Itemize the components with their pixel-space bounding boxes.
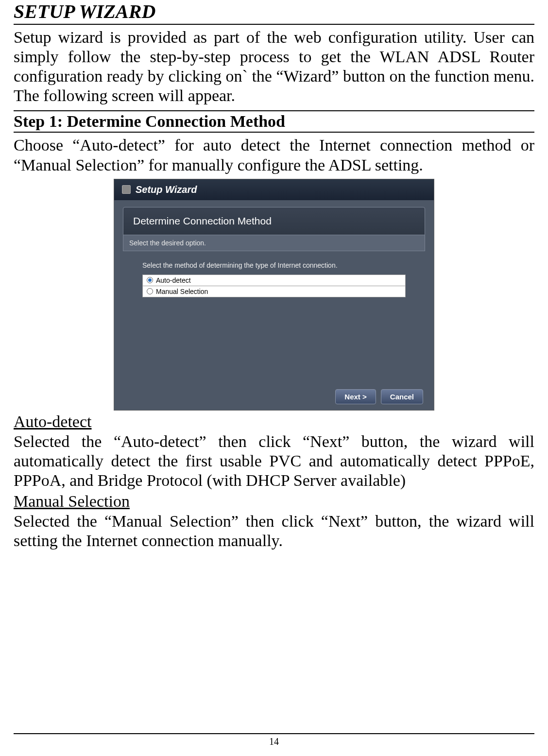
- intro-paragraph: Setup wizard is provided as part of the …: [14, 28, 534, 105]
- manual-selection-heading: Manual Selection: [14, 492, 534, 511]
- step-description: Choose “Auto-detect” for auto detect the…: [14, 136, 534, 174]
- radio-icon: [147, 288, 153, 294]
- auto-detect-heading: Auto-detect: [14, 412, 534, 431]
- next-button[interactable]: Next >: [335, 389, 376, 404]
- manual-selection-text: Selected the “Manual Selection” then cli…: [14, 512, 534, 550]
- radio-icon: [147, 277, 153, 283]
- setup-wizard-dialog: Setup Wizard Determine Connection Method…: [114, 179, 434, 411]
- step-heading: Step 1: Determine Connection Method: [14, 110, 534, 133]
- radio-label: Manual Selection: [156, 288, 208, 295]
- wizard-prompt: Select the method of determining the typ…: [142, 261, 406, 270]
- cancel-button[interactable]: Cancel: [381, 389, 423, 404]
- wizard-titlebar: Setup Wizard: [114, 179, 434, 200]
- page-number: 14: [269, 736, 279, 747]
- wizard-content: Select the method of determining the typ…: [123, 251, 425, 385]
- wizard-panel-title: Determine Connection Method: [123, 207, 425, 235]
- gear-icon: [122, 185, 131, 194]
- wizard-subtitle: Select the desired option.: [123, 235, 425, 251]
- page-title: SETUP WIZARD: [14, 0, 534, 25]
- wizard-body: Determine Connection Method Select the d…: [114, 200, 434, 410]
- radio-manual-selection[interactable]: Manual Selection: [142, 286, 406, 297]
- radio-label: Auto-detect: [156, 276, 191, 284]
- auto-detect-text: Selected the “Auto-detect” then click “N…: [14, 432, 534, 490]
- wizard-title: Setup Wizard: [136, 184, 197, 195]
- radio-auto-detect[interactable]: Auto-detect: [142, 275, 406, 286]
- wizard-footer: Next > Cancel: [123, 385, 425, 405]
- page-footer: 14: [14, 733, 534, 747]
- wizard-screenshot: Setup Wizard Determine Connection Method…: [14, 179, 534, 411]
